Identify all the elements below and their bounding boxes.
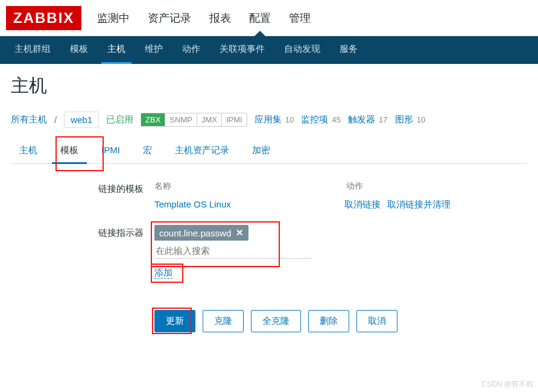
linked-templates-header-action: 动作 [346, 181, 363, 192]
linked-template-name[interactable]: Template OS Linux [154, 199, 231, 210]
template-token-label: count.line.passwd [159, 228, 231, 238]
clone-button[interactable]: 克隆 [203, 310, 244, 332]
badge-zbx: ZBX [141, 113, 165, 126]
tab-macros[interactable]: 宏 [134, 139, 160, 163]
triggers-count: 17 [379, 115, 387, 124]
unlink-link[interactable]: 取消链接 [344, 199, 381, 209]
topnav-reports[interactable]: 报表 [207, 0, 233, 36]
breadcrumb: 所有主机 / web1 已启用 ZBX SNMP JMX IPMI 应用集 10… [11, 112, 527, 128]
link-indicator-label: 链接指示器 [11, 225, 154, 279]
tab-ipmi[interactable]: IPMI [93, 139, 128, 163]
tab-encryption[interactable]: 加密 [244, 139, 279, 163]
full-clone-button[interactable]: 全克隆 [251, 310, 301, 332]
page-title: 主机 [11, 74, 527, 98]
subnav-correlation[interactable]: 关联项事件 [214, 36, 271, 64]
topnav-administration[interactable]: 管理 [286, 0, 313, 36]
availability-badges: ZBX SNMP JMX IPMI [141, 113, 247, 127]
tab-host[interactable]: 主机 [11, 139, 46, 163]
subnav-services[interactable]: 服务 [334, 36, 364, 64]
delete-button[interactable]: 删除 [308, 310, 349, 332]
topnav-inventory[interactable]: 资产记录 [145, 0, 194, 36]
update-button[interactable]: 更新 [154, 310, 195, 332]
status-enabled: 已启用 [106, 114, 133, 125]
add-template-link[interactable]: 添加 [154, 267, 172, 279]
cancel-button[interactable]: 取消 [356, 310, 397, 332]
subnav-templates[interactable]: 模板 [64, 36, 94, 64]
remove-token-icon[interactable]: ✕ [236, 227, 244, 238]
graphs-count: 10 [417, 115, 425, 124]
tab-inventory[interactable]: 主机资产记录 [166, 139, 238, 163]
subnav-maintenance[interactable]: 维护 [139, 36, 169, 64]
linked-templates-label: 链接的模板 [11, 181, 154, 210]
breadcrumb-sep: / [54, 115, 57, 125]
applications-link[interactable]: 应用集 [255, 114, 282, 124]
topnav-monitoring[interactable]: 监测中 [95, 0, 132, 36]
triggers-link[interactable]: 触发器 [348, 114, 375, 124]
template-token[interactable]: count.line.passwd ✕ [154, 225, 248, 241]
topnav-configuration[interactable]: 配置 [247, 0, 273, 36]
applications-count: 10 [285, 115, 294, 124]
subnav-discovery[interactable]: 自动发现 [278, 36, 326, 64]
tab-templates[interactable]: 模板 [52, 139, 87, 164]
host-tabs: 主机 模板 IPMI 宏 主机资产记录 加密 [11, 139, 527, 164]
unlink-clear-link[interactable]: 取消链接并清理 [387, 199, 451, 209]
sub-nav: 主机群组 模板 主机 维护 动作 关联项事件 自动发现 服务 [0, 36, 538, 64]
subnav-hostgroups[interactable]: 主机群组 [8, 36, 57, 64]
badge-snmp: SNMP [165, 113, 197, 126]
breadcrumb-all-hosts[interactable]: 所有主机 [11, 114, 47, 125]
linked-templates-header-name: 名称 [154, 181, 171, 192]
top-nav: 监测中 资产记录 报表 配置 管理 [95, 0, 313, 36]
subnav-actions[interactable]: 动作 [176, 36, 206, 64]
subnav-hosts[interactable]: 主机 [101, 36, 131, 64]
zabbix-logo[interactable]: ZABBIX [6, 6, 81, 30]
template-search-input[interactable] [154, 241, 311, 259]
badge-jmx: JMX [197, 113, 222, 126]
graphs-link[interactable]: 图形 [395, 114, 413, 124]
items-link[interactable]: 监控项 [301, 114, 328, 124]
items-count: 45 [332, 115, 340, 124]
badge-ipmi: IPMI [222, 113, 247, 126]
breadcrumb-host-name[interactable]: web1 [64, 112, 99, 128]
